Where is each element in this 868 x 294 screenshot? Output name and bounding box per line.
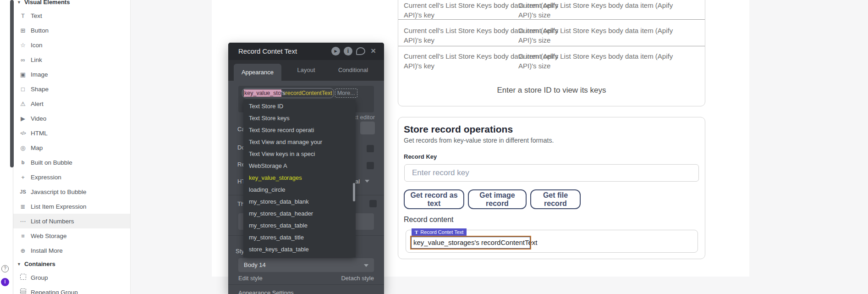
sidebar-item-group[interactable]: Group — [13, 270, 130, 285]
section-containers[interactable]: ▼ Containers — [13, 258, 130, 270]
item-label: Icon — [31, 42, 43, 49]
rich-text-editor-link-fragment[interactable]: xt editor — [354, 114, 375, 121]
dropdown-value-fragment[interactable]: al — [355, 178, 360, 185]
sidebar-item-list-of-numbers[interactable]: ⋯List of Numbers — [13, 214, 130, 228]
sidebar-item-javascript-to-bubble[interactable]: JSJavascript to Bubble — [13, 184, 130, 199]
expression-token-group[interactable]: key_value_sto's recordContentText — [242, 88, 334, 98]
checkbox[interactable] — [369, 200, 377, 207]
sidebar-item-web-storage[interactable]: ≡Web Storage — [13, 228, 130, 243]
clipboard-icon: ≣ — [18, 203, 27, 210]
section-label: Containers — [24, 261, 55, 267]
sidebar-item-video[interactable]: ▶Video — [13, 111, 130, 126]
autocomplete-option[interactable]: store_keys_data_table — [243, 244, 356, 255]
autocomplete-option[interactable]: my_stores_data_blank — [243, 196, 356, 208]
row-separator — [398, 46, 705, 46]
table-row: Current cell's List Store Keys body data… — [404, 51, 699, 71]
element-tag-label: Record Contet Text — [420, 229, 463, 235]
text-element-icon: T — [415, 229, 418, 235]
repeating-group-icon — [18, 288, 27, 294]
collapse-triangle-icon: ▼ — [17, 262, 21, 266]
detach-style-link[interactable]: Detach style — [341, 275, 374, 282]
close-icon[interactable]: × — [369, 47, 378, 55]
autocomplete-option[interactable]: WebStorage A — [243, 160, 356, 172]
video-icon: ▶ — [18, 115, 27, 122]
sidebar-item-repeating-group[interactable]: Repeating Group — [13, 285, 130, 294]
sidebar-item-button[interactable]: ⊞Button — [13, 23, 130, 38]
autocomplete-option[interactable]: my_stores_data_title — [243, 232, 356, 244]
tab-layout[interactable]: Layout — [292, 67, 320, 73]
record-key-input[interactable] — [404, 164, 699, 182]
info-icon[interactable]: i — [344, 47, 352, 55]
section-visual-elements[interactable]: ▼ Visual Elements — [13, 0, 130, 8]
item-label: Group — [31, 274, 48, 281]
autocomplete-option[interactable]: Text View and manage your — [243, 136, 356, 148]
ellipsis-icon: ⋯ — [18, 218, 27, 225]
dropdown-scrollbar-thumb[interactable] — [353, 183, 355, 201]
size-cell: Current cell's List Store Keys body data… — [518, 26, 676, 45]
sidebar-item-built-on-bubble[interactable]: bBuilt on Bubble — [13, 155, 130, 170]
get-file-record-button[interactable]: Get file record — [530, 189, 581, 209]
checkbox[interactable] — [367, 145, 374, 152]
autocomplete-option[interactable]: my_stores_data_header — [243, 208, 356, 220]
autocomplete-option[interactable]: loading_circle — [243, 184, 356, 196]
panel-titlebar[interactable]: Record Contet Text ▶ i × — [228, 43, 384, 60]
get-image-record-button[interactable]: Get image record — [468, 189, 527, 209]
item-label: HTML — [31, 130, 48, 137]
sidebar-item-icon[interactable]: ☆Icon — [13, 38, 130, 52]
autocomplete-option[interactable]: my_stores_data_table — [243, 220, 356, 232]
tab-conditional[interactable]: Conditional — [334, 67, 373, 73]
autocomplete-option[interactable]: Text Store record operati — [243, 124, 356, 136]
tab-appearance[interactable]: Appearance — [234, 64, 281, 81]
sidebar-item-image[interactable]: ▣Image — [13, 67, 130, 82]
card-subtitle: Get records from key-value store in diff… — [404, 137, 554, 144]
autocomplete-option[interactable]: Text View keys in a speci — [243, 148, 356, 160]
comment-icon[interactable] — [356, 47, 365, 55]
sidebar-item-shape[interactable]: □Shape — [13, 82, 130, 96]
item-label: List Item Expression — [31, 203, 87, 210]
expression-line: key_value_sto's recordContentText More..… — [242, 88, 357, 98]
input-fragment[interactable] — [360, 122, 375, 134]
expression-field-token[interactable]: recordContentText — [286, 90, 332, 96]
checkbox[interactable] — [367, 162, 374, 169]
sidebar-item-list-item-expression[interactable]: ≣List Item Expression — [13, 199, 130, 214]
palette-list: ▼ Visual Elements TText ⊞Button ☆Icon ∞L… — [13, 0, 130, 294]
sidebar-item-expression[interactable]: +Expression — [13, 170, 130, 184]
autocomplete-option[interactable]: Text Store ID — [243, 100, 356, 112]
list-icon: ≡ — [18, 233, 27, 239]
link-icon: ∞ — [18, 56, 27, 63]
bubble-icon: b — [18, 160, 27, 165]
edit-style-link[interactable]: Edit style — [238, 275, 263, 282]
bubble-editor: ▼ Visual Elements TText ⊞Button ☆Icon ∞L… — [0, 0, 868, 294]
style-dropdown[interactable]: Body 14 — [238, 258, 374, 272]
table-row: Current cell's List Store Keys body data… — [404, 26, 699, 45]
help-icon[interactable]: ? — [1, 265, 9, 272]
image-icon: ▣ — [18, 71, 27, 78]
avatar[interactable]: I — [1, 278, 9, 286]
sidebar-item-alert[interactable]: ⚠Alert — [13, 96, 130, 111]
group-icon — [18, 274, 27, 281]
map-pin-icon: ◎ — [18, 144, 27, 151]
expression-more-button[interactable]: More... — [335, 89, 357, 98]
panel-title: Record Contet Text — [238, 47, 297, 55]
row-separator — [398, 19, 705, 20]
selected-text-element[interactable]: key_value_storages's recordContentText — [411, 237, 530, 249]
item-label: Repeating Group — [31, 289, 78, 294]
plus-icon: + — [18, 174, 27, 181]
sidebar-item-link[interactable]: ∞Link — [13, 52, 130, 67]
button-icon: ⊞ — [18, 27, 27, 34]
record-key-label: Record Key — [404, 153, 437, 160]
item-label: Web Storage — [31, 233, 67, 239]
titlebar-icons: ▶ i × — [331, 47, 378, 55]
sidebar-item-text[interactable]: TText — [13, 8, 130, 23]
star-icon: ☆ — [18, 42, 27, 49]
get-record-as-text-button[interactable]: Get record as text — [404, 189, 464, 209]
sidebar-item-html[interactable]: </>HTML — [13, 126, 130, 140]
item-label: Javascript to Bubble — [31, 189, 87, 195]
expression-selected-token[interactable]: key_value_sto — [244, 89, 281, 97]
sidebar-item-install-more[interactable]: ⊕Install More — [13, 243, 130, 258]
autocomplete-option-highlighted[interactable]: key_value_storages — [243, 172, 356, 184]
sidebar-item-map[interactable]: ◎Map — [13, 140, 130, 155]
autocomplete-option[interactable]: Text Store keys — [243, 112, 356, 124]
store-record-operations-card: Store record operations Get records from… — [398, 117, 705, 259]
play-icon[interactable]: ▶ — [331, 47, 340, 55]
